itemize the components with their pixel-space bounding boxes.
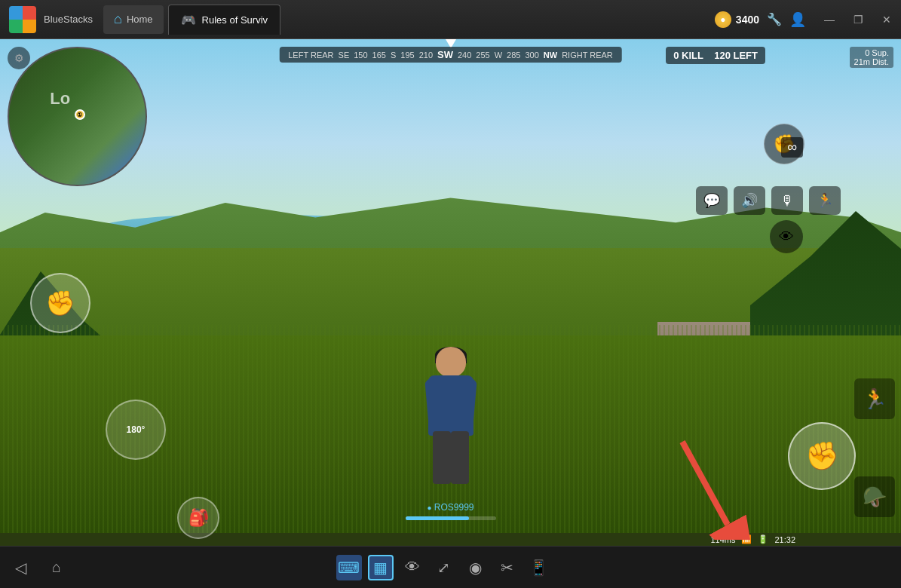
compass-150: 150 [354, 51, 367, 60]
game-tab-label: Rules of Surviv [202, 14, 268, 26]
player-character [413, 347, 489, 498]
titlebar-actions: 🔧 👤 [767, 11, 806, 28]
wifi-icon: 📶 [741, 534, 752, 544]
location-icon: ◉ [469, 559, 482, 577]
bottom-toolbar: ◁ ⌂ ⌨ ▦ 👁 ⤢ ◉ ✂ [0, 546, 901, 588]
char-leg-right [451, 431, 469, 484]
eye-icon: 👁 [779, 228, 794, 246]
phone-icon: 📱 [529, 559, 548, 577]
rotate-icon: 180° [127, 424, 146, 435]
player-health-bar [406, 516, 496, 520]
app-name-label: BlueStacks [44, 14, 93, 25]
coin-icon: ● [715, 11, 731, 28]
char-leg-left [433, 431, 451, 484]
backpack-icon: 🎒 [188, 508, 209, 528]
phone-button[interactable]: 📱 [526, 555, 552, 580]
home-label: Home [127, 14, 153, 25]
keyboard-button[interactable]: ⌨ [336, 555, 362, 580]
rotate-180-button[interactable]: 180° [106, 400, 166, 460]
titlebar: BlueStacks ⌂ Home 🎮 Rules of Surviv ● 34… [0, 0, 901, 39]
mic-button[interactable]: 🎙 [771, 186, 803, 215]
compass-left-rear: LEFT REAR [288, 51, 333, 60]
compass-bar: LEFT REAR SE 150 165 S 195 210 SW 240 25… [279, 47, 622, 63]
compass-right-rear: RIGHT REAR [562, 51, 613, 60]
close-button[interactable]: ✕ [872, 0, 901, 39]
fullscreen-icon: ⤢ [437, 559, 450, 577]
compass-285: 285 [507, 51, 520, 60]
game-status-bar: 114ms 📶 🔋 21:32 [710, 534, 795, 544]
home-tab[interactable]: ⌂ Home [103, 5, 164, 34]
keyboard-icon: ⌨ [338, 559, 360, 577]
bottom-center-controls: ⌨ ▦ 👁 ⤢ ◉ ✂ 📱 [336, 555, 552, 580]
compass-240: 240 [458, 51, 471, 60]
settings-icon: ⚙ [14, 52, 24, 64]
compass-300: 300 [525, 51, 538, 60]
player-health-fill [406, 516, 469, 520]
soldier-icon-1: 🏃 [854, 378, 895, 419]
location-button[interactable]: ◉ [463, 555, 489, 580]
dist-label: 21m Dist. [854, 57, 889, 66]
home-nav-icon: ⌂ [52, 559, 61, 576]
window-controls: — ❐ ✕ [815, 0, 901, 39]
chat-button[interactable]: 💬 [696, 186, 728, 215]
right-punch-button[interactable]: ✊ [788, 422, 856, 490]
compass-210: 210 [419, 51, 433, 60]
kill-counter: 0 KILL 120 LEFT [666, 47, 765, 64]
bottom-nav-controls: ◁ ⌂ [8, 555, 69, 580]
minimap-settings-button[interactable]: ⚙ [8, 47, 30, 69]
grid-icon: ▦ [373, 559, 388, 577]
compass-se: SE [339, 51, 350, 60]
restore-button[interactable]: ❐ [844, 0, 872, 39]
sup-label: 0 Sup. [854, 48, 889, 57]
sprint-button[interactable]: 🏃 [809, 186, 841, 215]
game-area[interactable]: Lo ① ⚙ LEFT REAR SE 150 165 S 195 210 SW… [0, 39, 901, 588]
minimap-player-marker: ① [75, 109, 85, 120]
home-icon: ⌂ [114, 11, 122, 27]
compass-nw: NW [544, 51, 557, 60]
volume-button[interactable]: 🔊 [734, 186, 765, 215]
right-fist-icon: ✊ [805, 440, 839, 472]
minimap[interactable]: Lo ① [8, 47, 147, 186]
sup-dist-display: 0 Sup. 21m Dist. [850, 47, 893, 68]
coin-count: 3400 [736, 14, 759, 26]
grid-overlay-button[interactable]: ▦ [368, 555, 394, 580]
backpack-button[interactable]: 🎒 [177, 497, 219, 539]
infinity-badge: ∞ [781, 137, 803, 158]
scissors-icon: ✂ [501, 559, 513, 577]
hide-ui-button[interactable]: 👁 [400, 555, 425, 580]
fullscreen-button[interactable]: ⤢ [431, 555, 457, 580]
player-name: ● ROS9999 [427, 502, 473, 513]
scissors-button[interactable]: ✂ [495, 555, 520, 580]
game-tab[interactable]: 🎮 Rules of Surviv [168, 5, 280, 35]
profile-icon[interactable]: 👤 [789, 11, 806, 28]
compass-s: S [391, 51, 396, 60]
battery-icon: 🔋 [758, 534, 768, 544]
hide-icon: 👁 [405, 559, 420, 576]
coin-display: ● 3400 [715, 11, 759, 28]
minimap-location-label: Lo [50, 89, 70, 109]
chat-controls-row: 💬 🔊 🎙 🏃 [696, 186, 841, 215]
compass-195: 195 [400, 51, 414, 60]
compass-w: W [495, 51, 502, 60]
char-body [428, 375, 473, 436]
back-icon: ◁ [15, 559, 26, 577]
minimize-button[interactable]: — [815, 0, 844, 39]
compass-165: 165 [372, 51, 386, 60]
left-punch-button[interactable]: ✊ [30, 273, 90, 333]
back-button[interactable]: ◁ [8, 555, 33, 580]
soldier-icon-2: 🪖 [854, 476, 895, 517]
players-left: 120 LEFT [714, 50, 758, 61]
home-button[interactable]: ⌂ [44, 555, 69, 580]
eye-button[interactable]: 👁 [770, 220, 803, 253]
kill-count: 0 KILL [673, 50, 703, 61]
ping-display: 114ms [710, 535, 735, 544]
compass-sw: SW [437, 49, 453, 60]
time-display: 21:32 [774, 535, 795, 544]
bluestacks-logo [6, 3, 39, 36]
left-fist-icon: ✊ [45, 289, 75, 317]
char-head [436, 347, 466, 377]
infinity-symbol: ∞ [787, 139, 797, 155]
compass-255: 255 [476, 51, 489, 60]
tools-icon[interactable]: 🔧 [767, 12, 782, 26]
